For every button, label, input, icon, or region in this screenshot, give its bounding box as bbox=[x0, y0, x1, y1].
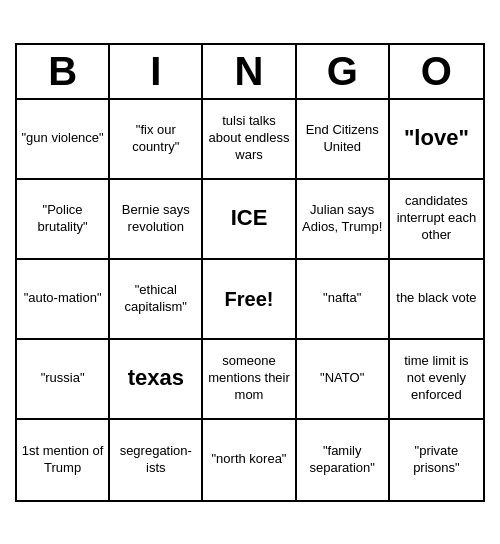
bingo-cell-3[interactable]: End Citizens United bbox=[297, 100, 390, 180]
bingo-cell-10[interactable]: "auto-mation" bbox=[17, 260, 110, 340]
bingo-cell-7[interactable]: ICE bbox=[203, 180, 296, 260]
bingo-cell-13[interactable]: "nafta" bbox=[297, 260, 390, 340]
bingo-cell-15[interactable]: "russia" bbox=[17, 340, 110, 420]
bingo-letter-o: O bbox=[390, 45, 483, 98]
bingo-header: BINGO bbox=[17, 45, 483, 100]
bingo-cell-22[interactable]: "north korea" bbox=[203, 420, 296, 500]
bingo-cell-20[interactable]: 1st mention of Trump bbox=[17, 420, 110, 500]
bingo-cell-6[interactable]: Bernie says revolution bbox=[110, 180, 203, 260]
bingo-cell-19[interactable]: time limit is not evenly enforced bbox=[390, 340, 483, 420]
bingo-cell-2[interactable]: tulsi talks about endless wars bbox=[203, 100, 296, 180]
bingo-cell-9[interactable]: candidates interrupt each other bbox=[390, 180, 483, 260]
bingo-letter-b: B bbox=[17, 45, 110, 98]
bingo-cell-4[interactable]: "love" bbox=[390, 100, 483, 180]
bingo-cell-23[interactable]: "family separation" bbox=[297, 420, 390, 500]
bingo-letter-n: N bbox=[203, 45, 296, 98]
bingo-cell-11[interactable]: "ethical capitalism" bbox=[110, 260, 203, 340]
bingo-cell-0[interactable]: "gun violence" bbox=[17, 100, 110, 180]
bingo-grid: "gun violence""fix our country"tulsi tal… bbox=[17, 100, 483, 500]
bingo-cell-8[interactable]: Julian says Adios, Trump! bbox=[297, 180, 390, 260]
bingo-letter-i: I bbox=[110, 45, 203, 98]
bingo-cell-14[interactable]: the black vote bbox=[390, 260, 483, 340]
bingo-cell-12[interactable]: Free! bbox=[203, 260, 296, 340]
bingo-cell-5[interactable]: "Police brutality" bbox=[17, 180, 110, 260]
bingo-cell-21[interactable]: segregation-ists bbox=[110, 420, 203, 500]
bingo-cell-1[interactable]: "fix our country" bbox=[110, 100, 203, 180]
bingo-cell-24[interactable]: "private prisons" bbox=[390, 420, 483, 500]
bingo-card: BINGO "gun violence""fix our country"tul… bbox=[15, 43, 485, 502]
bingo-cell-17[interactable]: someone mentions their mom bbox=[203, 340, 296, 420]
bingo-cell-16[interactable]: texas bbox=[110, 340, 203, 420]
bingo-cell-18[interactable]: "NATO" bbox=[297, 340, 390, 420]
bingo-letter-g: G bbox=[297, 45, 390, 98]
